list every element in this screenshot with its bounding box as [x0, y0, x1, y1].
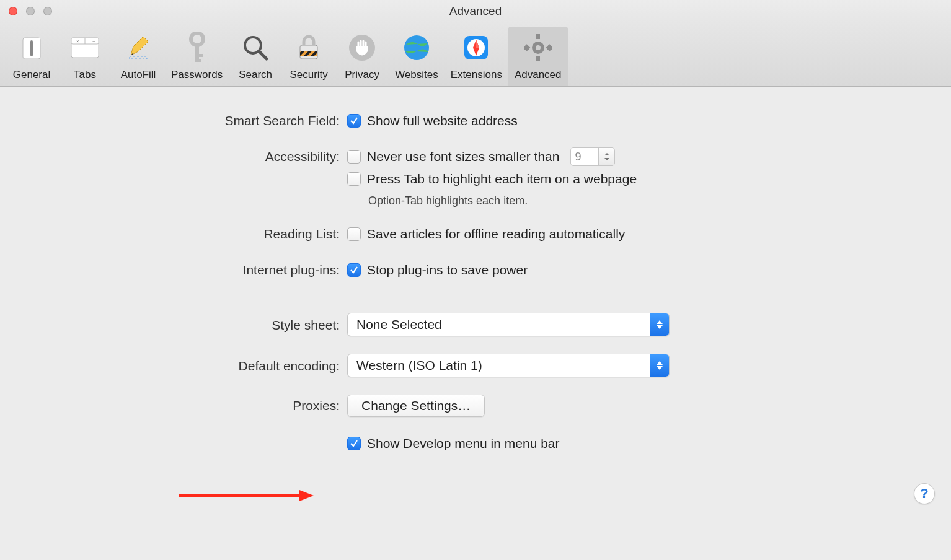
- checkbox-label: Save articles for offline reading automa…: [367, 227, 625, 242]
- proxies-label: Proxies:: [37, 395, 347, 413]
- checkbox-label: Show full website address: [367, 113, 518, 128]
- svg-marker-42: [657, 366, 663, 370]
- magnifier-icon: [238, 30, 273, 65]
- svg-point-10: [191, 33, 203, 45]
- min-font-size-stepper[interactable]: [570, 147, 615, 166]
- toolbar-tab-general[interactable]: General: [5, 27, 58, 86]
- svg-marker-40: [657, 325, 663, 329]
- accessibility-label: Accessibility:: [37, 147, 347, 164]
- checkbox-label: Never use font sizes smaller than: [367, 149, 559, 164]
- popup-value: None Selected: [348, 317, 650, 332]
- toolbar-tab-advanced[interactable]: Advanced: [508, 27, 568, 86]
- toolbar-tab-label: Websites: [395, 69, 438, 81]
- change-settings-button[interactable]: Change Settings…: [347, 395, 485, 417]
- svg-marker-41: [657, 361, 663, 365]
- preferences-toolbar: General × + Tabs AutoFill: [0, 22, 951, 87]
- toolbar-tab-label: General: [13, 69, 50, 81]
- svg-rect-9: [130, 56, 147, 59]
- svg-marker-7: [131, 37, 148, 55]
- window-title: Advanced: [0, 4, 951, 18]
- toolbar-tab-privacy[interactable]: Privacy: [335, 27, 389, 86]
- never-font-smaller-checkbox[interactable]: Never use font sizes smaller than: [347, 149, 559, 164]
- toolbar-tab-security[interactable]: Security: [282, 27, 335, 86]
- toolbar-tab-label: Advanced: [515, 69, 562, 81]
- svg-marker-44: [299, 490, 314, 501]
- checkbox-icon: [347, 114, 361, 128]
- checkbox-icon: [347, 172, 361, 186]
- checkbox-icon: [347, 437, 361, 450]
- pencil-icon: [121, 30, 156, 65]
- popup-arrows-icon: [650, 354, 669, 377]
- toolbar-tab-tabs[interactable]: × + Tabs: [58, 27, 112, 86]
- lock-icon: [291, 30, 326, 65]
- popup-arrows-icon: [650, 313, 669, 336]
- toolbar-tab-websites[interactable]: Websites: [389, 27, 445, 86]
- svg-rect-12: [195, 54, 203, 57]
- switch-icon: [14, 30, 49, 65]
- toolbar-tab-autofill[interactable]: AutoFill: [112, 27, 165, 86]
- toolbar-tab-passwords[interactable]: Passwords: [165, 27, 229, 86]
- toolbar-tab-label: Extensions: [451, 69, 502, 81]
- svg-point-36: [536, 45, 541, 50]
- checkbox-icon: [347, 263, 361, 277]
- min-font-size-input[interactable]: [571, 148, 598, 165]
- stop-plugins-checkbox[interactable]: Stop plug-ins to save power: [347, 261, 914, 279]
- svg-rect-18: [300, 51, 317, 56]
- tabs-icon: × +: [68, 30, 102, 65]
- svg-marker-39: [657, 320, 663, 324]
- key-icon: [180, 30, 215, 65]
- checkbox-label: Show Develop menu in menu bar: [367, 436, 560, 451]
- advanced-pane: Smart Search Field: Show full website ad…: [0, 87, 951, 484]
- svg-text:×: ×: [76, 38, 79, 44]
- show-full-address-checkbox[interactable]: Show full website address: [347, 112, 914, 130]
- default-encoding-popup[interactable]: Western (ISO Latin 1): [347, 354, 670, 377]
- svg-rect-29: [536, 56, 540, 61]
- annotation-arrow-icon: [179, 488, 315, 503]
- plugins-label: Internet plug-ins:: [37, 261, 347, 278]
- show-develop-menu-checkbox[interactable]: Show Develop menu in menu bar: [347, 434, 914, 453]
- help-button[interactable]: ?: [914, 483, 935, 504]
- style-sheet-label: Style sheet:: [37, 313, 347, 333]
- reading-list-label: Reading List:: [37, 225, 347, 242]
- checkbox-icon: [347, 150, 361, 164]
- hand-icon: [345, 30, 379, 65]
- svg-line-15: [259, 51, 267, 59]
- checkbox-label: Press Tab to highlight each item on a we…: [367, 172, 637, 186]
- svg-rect-1: [30, 40, 33, 56]
- svg-rect-13: [195, 59, 201, 62]
- press-tab-checkbox[interactable]: Press Tab to highlight each item on a we…: [347, 170, 914, 188]
- popup-value: Western (ISO Latin 1): [348, 358, 650, 373]
- save-offline-checkbox[interactable]: Save articles for offline reading automa…: [347, 225, 914, 243]
- toolbar-tab-search[interactable]: Search: [229, 27, 282, 86]
- svg-text:+: +: [92, 38, 95, 44]
- toolbar-tab-label: Passwords: [171, 69, 223, 81]
- toolbar-tab-label: Privacy: [345, 69, 379, 81]
- smart-search-label: Smart Search Field:: [37, 112, 347, 128]
- toolbar-tab-label: Search: [239, 69, 272, 81]
- style-sheet-popup[interactable]: None Selected: [347, 313, 670, 336]
- checkbox-label: Stop plug-ins to save power: [367, 263, 528, 278]
- svg-marker-38: [604, 158, 609, 160]
- default-encoding-label: Default encoding:: [37, 354, 347, 374]
- svg-rect-28: [536, 34, 540, 39]
- accessibility-help-text: Option-Tab highlights each item.: [347, 195, 914, 208]
- titlebar: Advanced: [0, 0, 951, 22]
- toolbar-tab-label: Tabs: [74, 69, 96, 81]
- gear-icon: [521, 30, 555, 65]
- checkbox-icon: [347, 227, 361, 241]
- compass-icon: [459, 30, 493, 65]
- toolbar-tab-extensions[interactable]: Extensions: [445, 27, 508, 86]
- globe-icon: [399, 30, 434, 65]
- toolbar-tab-label: Security: [290, 69, 327, 81]
- stepper-arrows-icon[interactable]: [598, 148, 614, 165]
- svg-marker-37: [604, 153, 609, 155]
- toolbar-tab-label: AutoFill: [121, 69, 156, 81]
- svg-point-22: [404, 35, 429, 60]
